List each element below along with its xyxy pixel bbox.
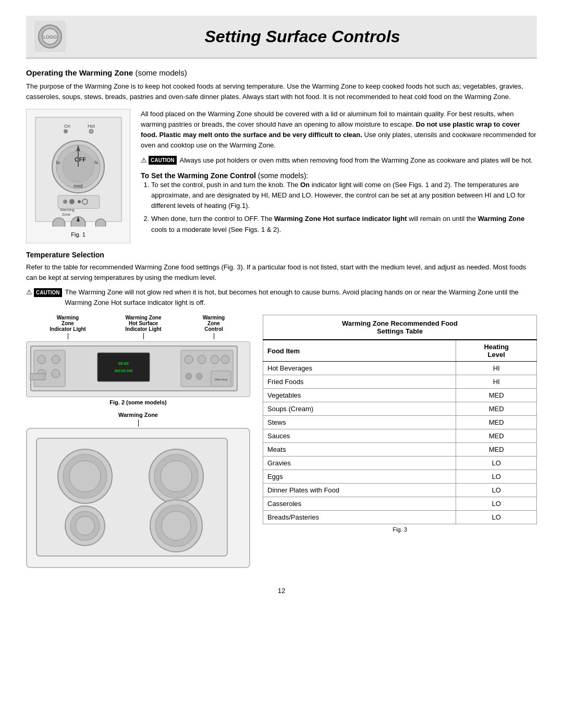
svg-point-41 [211,355,219,364]
food-item-cell: Breads/Pasteries [263,511,456,524]
svg-text:Warming: Warming [215,378,227,381]
food-settings-table: Warming Zone Recommended FoodSettings Ta… [263,315,537,524]
svg-point-34 [52,369,60,378]
svg-text:OFF: OFF [75,156,86,163]
stove-illustration: 88:88 888:88 888 [26,341,250,397]
svg-text:88:88: 88:88 [118,361,129,366]
col-header-level: HeatingLevel [456,340,537,362]
fig1-knob-svg: On Hot OFF hi [33,115,124,227]
svg-point-57 [76,516,94,535]
table-row: EggsLO [263,470,537,484]
svg-text:LOGO: LOGO [43,34,57,40]
svg-point-19 [63,200,67,204]
caution1-label: ⚠ CAUTION [141,155,177,166]
fig3-label: Fig. 3 [263,526,537,533]
heating-level-cell: HI [456,375,537,389]
food-item-cell: Dinner Plates with Food [263,484,456,497]
svg-point-40 [198,355,206,364]
page-title: Setting Surface Controls [76,27,529,46]
heating-level-cell: HI [456,362,537,375]
svg-text:888:88 888: 888:88 888 [114,369,132,373]
food-item-cell: Meats [263,443,456,456]
caution2-label: ⚠ CAUTION [26,287,62,298]
food-item-cell: Fried Foods [263,375,456,389]
svg-point-25 [53,218,65,227]
label-hot-surface: Warming ZoneHot SurfaceIndicator Light [115,315,172,340]
food-item-cell: Vegetables [263,389,456,402]
food-item-cell: Stews [263,416,456,429]
svg-point-60 [162,511,191,540]
svg-point-45 [196,373,202,379]
col-header-food: Food Item [263,340,456,362]
stove-svg: 88:88 888:88 888 [30,345,238,392]
table-row: Dinner Plates with FoodLO [263,484,537,497]
heating-level-cell: MED [456,429,537,443]
right-col-text: All food placed on the Warming Zone shou… [141,109,537,243]
heating-level-cell: LO [456,484,537,497]
svg-text:On: On [64,124,70,129]
heating-level-cell: MED [456,416,537,429]
svg-rect-30 [34,350,65,387]
operating-heading: Operating the Warming Zone (some models) [26,68,187,77]
svg-rect-43 [30,374,45,380]
svg-point-42 [221,355,229,364]
bottom-area: WarmingZoneIndicator Light Warming ZoneH… [26,315,537,571]
svg-point-31 [38,355,46,364]
svg-text:lo: lo [56,160,60,165]
fig2-caption: Fig. 2 (some models) [26,399,250,405]
table-row: StewsMED [263,416,537,429]
svg-point-54 [161,461,192,492]
food-item-cell: Soups (Cream) [263,402,456,416]
svg-text:med: med [74,183,83,189]
heating-level-cell: MED [456,443,537,456]
cooktop-svg [35,437,228,557]
table-row: VegetablesMED [263,389,537,402]
cooktop-illustration [26,428,250,568]
svg-point-8 [89,129,93,133]
temp-text: Refer to the table for recommended Warmi… [26,262,537,283]
fig1-area: On Hot OFF hi [26,109,130,243]
step-2: When done, turn the control to OFF. The … [151,214,537,235]
caution1-box: ⚠ CAUTION Always use pot holders or oven… [141,155,537,166]
svg-text:Hot: Hot [88,124,95,129]
svg-text:hi: hi [94,160,98,165]
table-row: Breads/PasteriesLO [263,511,537,524]
temp-section: Temperature Selection Refer to the table… [26,251,537,307]
svg-point-44 [186,373,192,379]
svg-text:Warming: Warming [60,208,75,212]
food-item-cell: Casseroles [263,497,456,511]
svg-point-20 [69,199,75,204]
label-warming-indicator: WarmingZoneIndicator Light [42,315,94,340]
warming-zone-label: Warming Zone [26,411,250,427]
heating-level-cell: LO [456,470,537,484]
steps-list: To set the control, push in and turn the… [141,180,537,235]
food-item-cell: Eggs [263,470,456,484]
food-item-cell: Sauces [263,429,456,443]
svg-point-51 [69,461,101,492]
step-1: To set the control, push in and turn the… [151,180,537,211]
table-row: Soups (Cream)MED [263,402,537,416]
heating-level-cell: MED [456,389,537,402]
fig1-label: Fig. 1 [32,231,125,238]
table-row: Fried FoodsHI [263,375,537,389]
label-warming-control: WarmingZoneControl [193,315,235,340]
table-row: Hot BeveragesHI [263,362,537,375]
svg-rect-35 [97,353,150,381]
table-row: MeatsMED [263,443,537,456]
heating-level-cell: LO [456,511,537,524]
header-logo: LOGO [34,21,66,52]
svg-point-32 [52,355,60,364]
table-row: GraviesLO [263,456,537,470]
intro-text: The purpose of the Warming Zone is to ke… [26,81,537,102]
table-title: Warming Zone Recommended FoodSettings Ta… [263,315,537,340]
svg-point-39 [185,355,193,364]
page-header: LOGO Setting Surface Controls [26,16,537,59]
svg-point-7 [64,129,68,133]
set-heading: To Set the Warming Zone Control (some mo… [141,171,308,180]
caution2-box: ⚠ CAUTION The Warming Zone will not glow… [26,287,537,307]
svg-point-21 [78,200,81,203]
heating-level-cell: LO [456,497,537,511]
svg-point-27 [95,219,106,227]
temp-heading: Temperature Selection [26,251,537,259]
fig2-area: WarmingZoneIndicator Light Warming ZoneH… [26,315,250,571]
